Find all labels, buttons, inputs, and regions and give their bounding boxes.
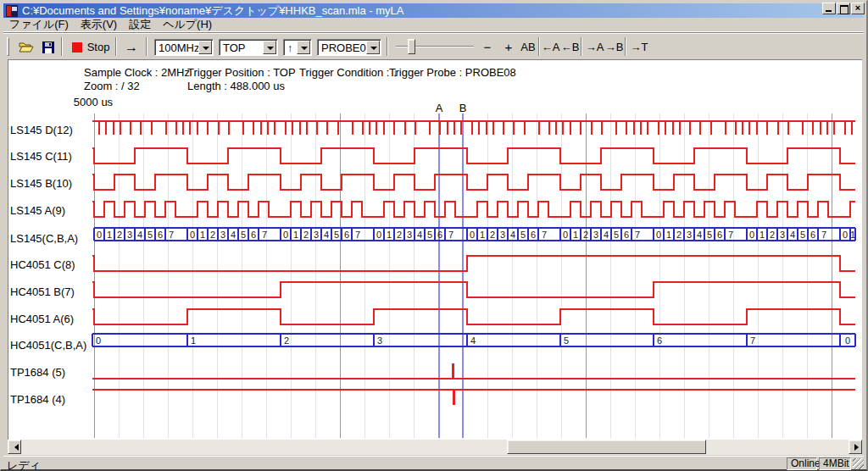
svg-text:7: 7: [635, 230, 640, 240]
stop-button[interactable]: Stop: [68, 37, 114, 57]
trigger-position-combobox[interactable]: TOP: [219, 39, 278, 56]
dropdown-arrow-icon[interactable]: [297, 41, 310, 54]
dropdown-arrow-icon[interactable]: [198, 41, 212, 54]
zoom-out-button[interactable]: −: [478, 37, 497, 57]
status-bar: レディ Online 4MBit: [3, 456, 864, 470]
svg-text:6: 6: [810, 230, 815, 240]
svg-text:2: 2: [284, 335, 289, 346]
svg-text:7: 7: [448, 230, 453, 240]
svg-text:5: 5: [707, 230, 712, 240]
menu-item-view[interactable]: 表示(V): [75, 16, 123, 34]
svg-text:0: 0: [656, 230, 661, 240]
open-button[interactable]: [15, 37, 37, 57]
close-button[interactable]: ×: [851, 3, 865, 14]
status-ready-text: レディ: [7, 458, 41, 471]
trigger-edge-value: ↑: [284, 42, 297, 54]
svg-text:3: 3: [407, 230, 412, 240]
stop-icon: [72, 42, 82, 53]
svg-text:5: 5: [334, 230, 339, 240]
sample-rate-value: 100MHz: [155, 42, 198, 54]
svg-text:0: 0: [749, 230, 754, 240]
waveform-plot[interactable]: 0123456701234567012345670123456701234567…: [8, 59, 862, 440]
svg-text:5: 5: [800, 230, 805, 240]
run-button[interactable]: →: [120, 37, 143, 57]
svg-text:6: 6: [158, 230, 163, 240]
scroll-right-button[interactable]: [849, 440, 862, 454]
goto-cursor-a-left-button[interactable]: ←A: [541, 37, 560, 57]
toolbar-separator: [581, 37, 582, 56]
svg-text:1: 1: [387, 230, 392, 240]
stop-label: Stop: [87, 41, 110, 53]
menu-item-help[interactable]: ヘルプ(H): [157, 16, 218, 34]
trigger-position-value: TOP: [220, 42, 263, 54]
svg-text:0: 0: [470, 230, 475, 240]
svg-text:4: 4: [470, 335, 476, 346]
svg-text:0: 0: [283, 230, 288, 240]
zoom-slider-thumb[interactable]: [408, 39, 415, 54]
svg-text:4: 4: [510, 230, 515, 240]
svg-text:4: 4: [417, 230, 422, 240]
floppy-save-icon: [42, 42, 54, 53]
plus-icon: +: [505, 40, 513, 54]
svg-text:3: 3: [127, 230, 132, 240]
svg-text:3: 3: [314, 230, 319, 240]
ab-cursor-button[interactable]: AB: [518, 37, 538, 57]
svg-text:2: 2: [770, 230, 775, 240]
svg-text:6: 6: [344, 230, 349, 240]
save-button[interactable]: [37, 37, 59, 57]
probe-value: PROBE00: [318, 42, 366, 54]
svg-text:7: 7: [750, 335, 755, 346]
maximize-button[interactable]: [837, 3, 850, 14]
menu-item-settings[interactable]: 設定: [123, 16, 157, 34]
svg-text:4: 4: [324, 230, 329, 240]
svg-text:2: 2: [583, 230, 588, 240]
svg-text:5: 5: [241, 230, 246, 240]
svg-text:3: 3: [500, 230, 505, 240]
goto-cursor-b-left-button[interactable]: ←B: [560, 37, 580, 57]
svg-text:7: 7: [262, 230, 267, 240]
svg-text:5: 5: [520, 230, 526, 240]
dropdown-arrow-icon[interactable]: [366, 41, 380, 54]
svg-text:2: 2: [676, 230, 682, 240]
svg-text:4: 4: [697, 230, 702, 240]
svg-text:1: 1: [200, 230, 205, 240]
svg-text:3: 3: [780, 230, 785, 240]
zoom-in-button[interactable]: +: [499, 37, 518, 57]
menu-item-file[interactable]: ファイル(F): [3, 16, 75, 34]
resize-grip-icon[interactable]: [853, 458, 864, 469]
svg-text:6: 6: [717, 230, 722, 240]
ab-label: AB: [520, 41, 535, 53]
svg-text:6: 6: [624, 230, 629, 240]
minimize-button[interactable]: [822, 3, 836, 14]
sample-rate-combobox[interactable]: 100MHz: [154, 39, 214, 56]
svg-text:4: 4: [604, 230, 609, 240]
toolbar: Stop → 100MHz TOP ↑ PROBE00 − + AB ←A: [3, 32, 864, 58]
svg-text:4: 4: [790, 230, 795, 240]
svg-text:2: 2: [210, 230, 215, 240]
toolbar-separator: [538, 37, 540, 56]
svg-text:7: 7: [821, 230, 826, 240]
horizontal-scrollbar[interactable]: [8, 440, 862, 455]
goto-trigger-button[interactable]: →T: [629, 37, 649, 57]
svg-text:1: 1: [850, 230, 855, 240]
scroll-right-arrow-icon: [854, 444, 862, 451]
right-arrow-a-icon: →A: [586, 41, 604, 53]
left-arrow-a-icon: ←A: [542, 41, 560, 53]
dropdown-arrow-icon[interactable]: [263, 41, 276, 54]
trigger-edge-combobox[interactable]: ↑: [283, 39, 312, 56]
svg-text:0: 0: [845, 335, 850, 346]
svg-text:3: 3: [687, 230, 692, 240]
probe-combobox[interactable]: PROBE00: [317, 39, 381, 56]
svg-text:2: 2: [397, 230, 402, 240]
toolbar-separator: [387, 37, 388, 56]
goto-cursor-b-right-button[interactable]: →B: [604, 37, 624, 57]
right-arrow-b-icon: →B: [605, 41, 624, 53]
status-online-panel: Online: [787, 457, 817, 470]
svg-text:6: 6: [657, 335, 662, 346]
scroll-left-button[interactable]: [8, 440, 21, 454]
svg-text:0: 0: [563, 230, 568, 240]
app-window: C:¥Documents and Settings¥noname¥デスクトップ¥…: [0, 0, 868, 471]
goto-cursor-a-right-button[interactable]: →A: [585, 37, 604, 57]
scrollbar-thumb[interactable]: [507, 440, 706, 454]
svg-text:6: 6: [437, 230, 442, 240]
